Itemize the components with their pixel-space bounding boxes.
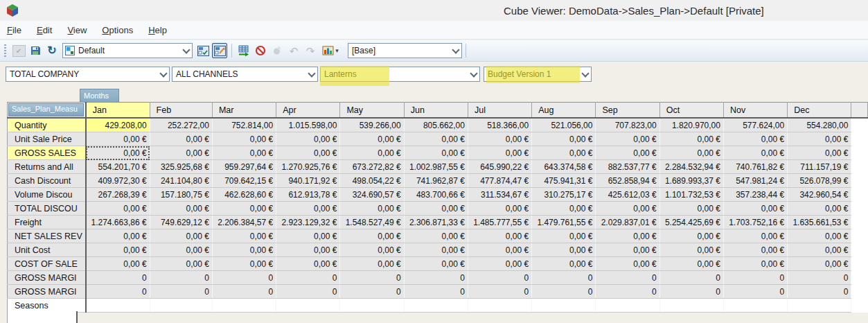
grid-cell[interactable]: 342.960,54 € xyxy=(788,188,851,202)
column-header-sep[interactable]: Sep xyxy=(596,103,659,119)
grid-cell[interactable]: 252.272,00 xyxy=(150,118,212,132)
grid-cell[interactable]: 498.054,22 € xyxy=(340,174,404,188)
export-grid-button[interactable] xyxy=(236,43,251,58)
grid-cell[interactable]: 0 xyxy=(788,285,851,299)
grid-cell[interactable]: 483.700,66 € xyxy=(404,188,468,202)
grid-cell[interactable]: 741.962,87 € xyxy=(404,174,468,188)
grid-cell[interactable]: 652.858,94 € xyxy=(596,174,659,188)
grid-cell[interactable]: 0 xyxy=(659,285,723,299)
grid-cell[interactable]: 0,00 € xyxy=(276,202,340,216)
grid-cell[interactable]: 2.284.532,94 € xyxy=(659,160,723,174)
grid-cell[interactable] xyxy=(212,299,276,313)
grid-cell[interactable]: 0,00 € xyxy=(659,229,723,243)
grid-cell[interactable]: 673.272,82 € xyxy=(340,160,404,174)
filter-version-arrow[interactable] xyxy=(579,67,591,81)
grid-cell[interactable]: 0,00 € xyxy=(212,243,276,257)
recalculate-button[interactable]: ↻ xyxy=(44,43,60,58)
grid-cell[interactable]: 0,00 € xyxy=(659,243,723,257)
grid-cell[interactable]: 0,00 € xyxy=(276,132,340,146)
grid-cell[interactable]: 0,00 € xyxy=(788,132,851,146)
toolbar-grip[interactable] xyxy=(4,44,6,57)
grid-cell[interactable]: 0,00 € xyxy=(532,202,596,216)
grid-cell[interactable]: 645.990,22 € xyxy=(468,160,531,174)
grid-cell[interactable]: 1.485.777,55 € xyxy=(468,216,531,229)
grid-cell[interactable]: 0,00 € xyxy=(468,229,531,243)
grid-cell[interactable]: 1.479.761,55 € xyxy=(532,216,596,229)
grid-cell[interactable]: 462.628,60 € xyxy=(212,188,276,202)
grid-cell[interactable]: 0 xyxy=(532,271,596,285)
row-label[interactable]: Quantity xyxy=(8,118,86,132)
grid-cell[interactable]: 0,00 € xyxy=(404,132,468,146)
grid-cell[interactable]: 2.206.384,57 € xyxy=(212,216,276,229)
column-header-nov[interactable]: Nov xyxy=(723,103,787,119)
grid-cell[interactable]: 324.690,57 € xyxy=(340,188,404,202)
menu-edit[interactable]: Edit xyxy=(37,25,52,35)
grid-cell[interactable]: 882.537,77 € xyxy=(596,160,659,174)
filter-product-arrow[interactable] xyxy=(468,67,479,81)
grid-cell[interactable]: 0,00 € xyxy=(659,202,723,216)
grid-cell[interactable]: 0,00 € xyxy=(723,243,787,257)
filter-all-channels-arrow[interactable] xyxy=(305,67,317,81)
grid-cell[interactable]: 0,00 € xyxy=(596,132,659,146)
chart-menu-button[interactable]: ▾ xyxy=(319,43,342,58)
grid-cell[interactable] xyxy=(532,299,596,313)
grid-cell[interactable]: 0,00 € xyxy=(212,257,276,271)
grid-cell[interactable]: 0 xyxy=(404,285,468,299)
column-dimension-tab[interactable]: Months xyxy=(80,89,119,103)
grid-cell[interactable] xyxy=(150,299,212,313)
grid-cell[interactable]: 0 xyxy=(86,285,150,299)
grid-cell[interactable]: 0 xyxy=(340,285,404,299)
grid-cell[interactable]: 0,00 € xyxy=(150,229,212,243)
row-label[interactable]: TOTAL DISCOU xyxy=(8,202,86,216)
grid-cell[interactable]: 526.078,99 € xyxy=(788,174,851,188)
grid-cell[interactable]: 0 xyxy=(212,285,276,299)
grid-cell[interactable]: 740.761,82 € xyxy=(723,160,787,174)
grid-cell[interactable]: 0 xyxy=(723,271,787,285)
grid-cell[interactable]: 0,00 € xyxy=(86,243,150,257)
row-label[interactable]: Seasons xyxy=(8,299,86,313)
grid-cell[interactable]: 0,00 € xyxy=(340,146,404,160)
grid-cell[interactable]: 0,00 € xyxy=(788,229,851,243)
undo-button[interactable]: ↶ xyxy=(286,43,301,58)
grid-cell[interactable]: 2.306.871,33 € xyxy=(404,216,468,229)
row-dimension-button[interactable]: Sales_Plan_Measu xyxy=(8,103,84,116)
grid-cell[interactable]: 409.972,30 € xyxy=(86,174,150,188)
grid-cell[interactable] xyxy=(788,299,851,313)
grid-cell[interactable]: 0 xyxy=(468,271,531,285)
grid-cell[interactable]: 0,00 € xyxy=(340,257,404,271)
grid-cell[interactable]: 554.280,00 xyxy=(788,118,851,132)
grid-cell[interactable]: 0,00 € xyxy=(276,243,340,257)
grid-cell[interactable]: 0 xyxy=(276,285,340,299)
grid-cell[interactable]: 0 xyxy=(404,271,468,285)
row-label[interactable]: GROSS MARGI xyxy=(8,271,86,285)
grid-cell[interactable]: 0,00 € xyxy=(723,202,787,216)
column-header-dec[interactable]: Dec xyxy=(788,103,851,119)
grid-cell[interactable]: 0,00 € xyxy=(788,243,851,257)
row-label[interactable]: GROSS MARGI xyxy=(8,285,86,299)
grid-cell[interactable]: 0,00 € xyxy=(723,257,787,271)
column-header-apr[interactable]: Apr xyxy=(276,103,340,119)
grid-cell[interactable]: 0,00 € xyxy=(788,146,851,160)
grid-cell[interactable]: 1.548.527,49 € xyxy=(340,216,404,229)
grid-cell[interactable]: 0,00 € xyxy=(659,257,723,271)
grid-cell[interactable] xyxy=(276,299,340,313)
grid-cell[interactable]: 959.297,64 € xyxy=(212,160,276,174)
grid-cell[interactable]: 0,00 € xyxy=(532,132,596,146)
column-header-jan[interactable]: Jan xyxy=(86,103,150,119)
filter-version[interactable]: Budget Version 1 xyxy=(484,67,592,82)
grid-cell[interactable]: 5.254.425,69 € xyxy=(659,216,723,229)
grid-cell[interactable] xyxy=(86,299,150,313)
grid-cell[interactable] xyxy=(596,299,659,313)
grid-cell[interactable]: 310.275,17 € xyxy=(532,188,596,202)
filter-total-company-arrow[interactable] xyxy=(157,67,169,81)
save-button[interactable] xyxy=(28,43,43,58)
grid-cell[interactable]: 0,00 € xyxy=(404,243,468,257)
grid-cell[interactable]: 1.274.663,86 € xyxy=(86,216,150,229)
column-header-oct[interactable]: Oct xyxy=(659,103,723,119)
grid-cell[interactable]: 1.015.598,00 xyxy=(276,118,340,132)
menu-options[interactable]: Options xyxy=(102,25,133,35)
grid-cell[interactable]: 429.208,00 xyxy=(86,118,150,132)
row-label[interactable]: Freight xyxy=(8,216,86,229)
view-select-arrow[interactable] xyxy=(180,44,192,58)
grid-cell[interactable]: 241.104,80 € xyxy=(150,174,212,188)
